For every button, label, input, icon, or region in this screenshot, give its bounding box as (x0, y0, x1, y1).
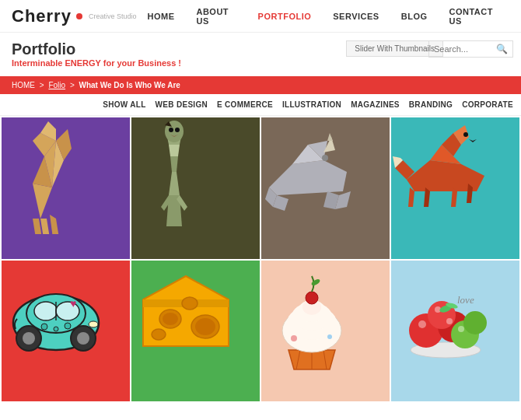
logo-area: Cherry Creative Studio (12, 6, 136, 26)
logo-text: Cherry (12, 6, 72, 26)
overlay (131, 261, 260, 402)
portfolio-grid: ♥ (0, 116, 521, 403)
portfolio-item-fox[interactable] (391, 117, 519, 259)
nav-services[interactable]: SERVICES (322, 7, 390, 26)
nav-blog[interactable]: BLOG (390, 7, 439, 26)
portfolio-item-fruits[interactable]: love (391, 261, 519, 402)
overlay (131, 117, 260, 259)
breadcrumb-section[interactable]: Folio (48, 81, 65, 89)
portfolio-subtitle: Interminable ENERGY for your Business ! (12, 58, 509, 68)
overlay (2, 117, 130, 259)
overlay (261, 261, 390, 402)
portfolio-item-rhino[interactable] (261, 117, 390, 259)
search-input[interactable] (434, 44, 496, 54)
logo-subtitle: Creative Studio (89, 12, 137, 20)
overlay (391, 117, 519, 259)
nav-contact[interactable]: CONTACT US (439, 2, 510, 30)
breadcrumb-home[interactable]: HOME (12, 81, 35, 89)
filter-bar: show all WEB DESIGN E COMMERCE ILLUSTRAT… (0, 94, 521, 116)
breadcrumb: HOME > Folio > What We Do Is Who We Are (12, 81, 180, 89)
portfolio-header: Portfolio Interminable ENERGY for your B… (0, 33, 521, 72)
overlay (391, 261, 519, 402)
header: Cherry Creative Studio HOME ABOUT US POR… (0, 0, 521, 33)
portfolio-item-meerkat[interactable] (131, 117, 260, 259)
logo-dot (76, 13, 82, 19)
nav-home[interactable]: HOME (136, 7, 185, 26)
search-icon[interactable]: 🔍 (496, 44, 508, 54)
portfolio-item-giraffe[interactable] (2, 117, 130, 259)
filter-magazines[interactable]: MAGAZINES (351, 100, 400, 109)
filter-corporate[interactable]: CORPORATE (462, 100, 513, 109)
filter-show-all[interactable]: show all (103, 100, 145, 109)
filter-illustration[interactable]: ILLUSTRATION (282, 100, 341, 109)
filter-web-design[interactable]: WEB DESIGN (156, 100, 208, 109)
overlay (2, 261, 130, 402)
nav-portfolio[interactable]: PORTFOLIO (247, 7, 323, 26)
overlay (261, 117, 390, 259)
main-nav: HOME ABOUT US PORTFOLIO SERVICES BLOG CO… (136, 2, 509, 30)
breadcrumb-bar: HOME > Folio > What We Do Is Who We Are (0, 76, 521, 94)
portfolio-item-cheese[interactable] (131, 261, 260, 402)
filter-branding[interactable]: BRANDING (409, 100, 453, 109)
filter-ecommerce[interactable]: E COMMERCE (217, 100, 273, 109)
portfolio-item-cupcake[interactable] (261, 261, 390, 402)
nav-about[interactable]: ABOUT US (185, 2, 247, 30)
search-area: 🔍 (428, 40, 513, 58)
portfolio-item-car[interactable]: ♥ (2, 261, 130, 402)
breadcrumb-current: What We Do Is Who We Are (79, 81, 180, 89)
